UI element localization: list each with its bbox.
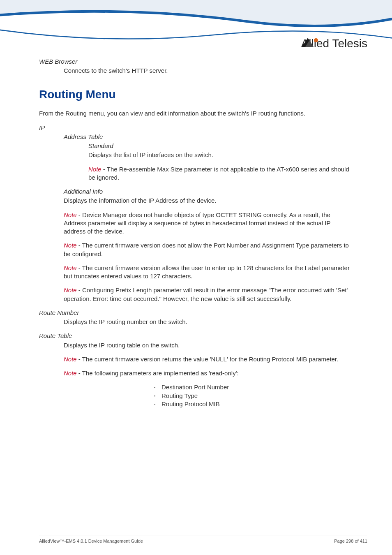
standard-desc: Displays the list of IP interfaces on th… — [88, 151, 353, 159]
additional-note-2-text: - The current firmware version does not … — [64, 242, 349, 257]
route-table-note-2: Note - The following parameters are impl… — [64, 369, 353, 377]
list-item: Routing Type — [154, 392, 353, 400]
route-table-label: Route Table — [39, 332, 353, 340]
route-table-note-1-text: - The current firmware version returns t… — [77, 356, 339, 363]
page-footer: AlliedView™-EMS 4.0.1 Device Management … — [39, 536, 367, 543]
svg-point-0 — [314, 38, 318, 42]
note-word: Note — [64, 287, 77, 294]
routing-menu-title: Routing Menu — [39, 87, 353, 102]
web-browser-heading: WEB Browser — [39, 58, 353, 66]
additional-note-1-text: - Device Manager does not handle objects… — [64, 211, 330, 235]
footer-left: AlliedView™-EMS 4.0.1 Device Management … — [39, 539, 143, 543]
route-table-note-2-text: - The following parameters are implement… — [77, 370, 239, 377]
note-word: Note — [64, 264, 77, 271]
ip-label: IP — [39, 124, 353, 132]
note-word: Note — [88, 166, 101, 173]
standard-label: Standard — [88, 142, 353, 150]
route-table-note-1: Note - The current firmware version retu… — [64, 355, 353, 363]
brand-logo: Allied Telesis — [301, 37, 367, 50]
list-item: Routing Protocol MIB — [154, 400, 353, 408]
note-word: Note — [64, 211, 77, 218]
note-word: Note — [64, 370, 77, 377]
additional-note-1: Note - Device Manager does not handle ob… — [64, 211, 353, 236]
list-item: Destination Port Number — [154, 383, 353, 391]
readonly-param-list: Destination Port Number Routing Type Rou… — [154, 383, 353, 408]
route-number-label: Route Number — [39, 309, 353, 317]
note-word: Note — [64, 356, 77, 363]
additional-note-4: Note - Configuring Prefix Length paramet… — [64, 286, 353, 303]
additional-note-3: Note - The current firmware version allo… — [64, 264, 353, 281]
additional-note-2: Note - The current firmware version does… — [64, 241, 353, 258]
web-browser-desc: Connects to the switch's HTTP server. — [64, 67, 353, 75]
allied-telesis-mark-icon — [301, 37, 319, 49]
footer-right: Page 298 of 411 — [334, 539, 367, 543]
additional-note-3-text: - The current firmware version allows th… — [64, 264, 350, 280]
standard-note-text: - The Re-assemble Max Size parameter is … — [88, 166, 349, 181]
routing-intro: From the Routing menu, you can view and … — [39, 109, 353, 118]
additional-note-4-text: - Configuring Prefix Length parameter wi… — [64, 287, 348, 302]
additional-info-desc: Displays the information of the IP Addre… — [64, 197, 353, 205]
header-swoosh: Allied Telesis — [0, 0, 392, 58]
route-table-desc: Displays the IP routing table on the swi… — [64, 341, 353, 349]
additional-info-label: Additional Info — [64, 187, 353, 196]
address-table-label: Address Table — [64, 133, 353, 141]
route-number-desc: Displays the IP routing number on the sw… — [64, 318, 353, 326]
note-word: Note — [64, 242, 77, 249]
standard-note: Note - The Re-assemble Max Size paramete… — [88, 165, 353, 182]
